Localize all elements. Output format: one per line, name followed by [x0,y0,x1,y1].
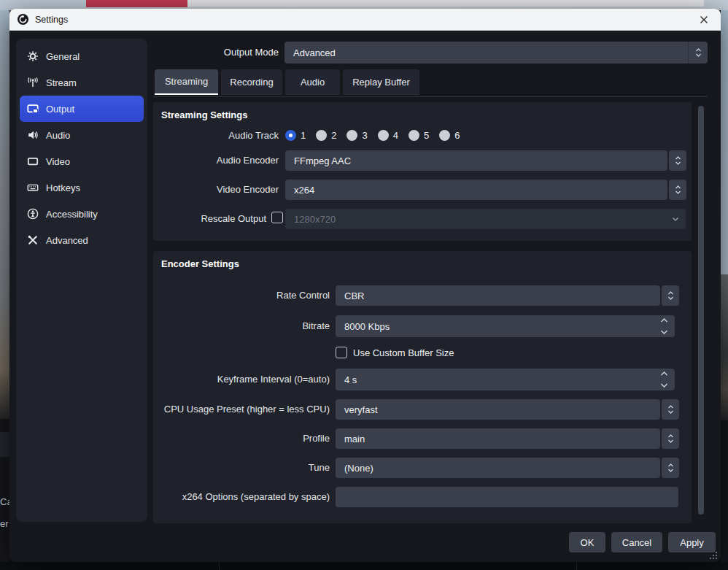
chevron-updown-icon[interactable] [688,42,708,63]
bitrate-value: 8000 Kbps [336,321,654,332]
audio-track-radio-6[interactable]: 6 [439,130,460,141]
tab-recording[interactable]: Recording [221,69,282,95]
tune-select[interactable]: (None) [336,458,660,478]
video-encoder-value: x264 [285,185,667,196]
tune-label: Tune [153,462,330,473]
audio-encoder-select[interactable]: FFmpeg AAC [285,150,667,171]
broadcast-icon [27,77,39,88]
chevron-updown-icon[interactable] [669,180,686,200]
cpu-usage-preset-label: CPU Usage Preset (higher = less CPU) [153,404,330,415]
tab-audio[interactable]: Audio [285,69,340,95]
sidebar-item-output[interactable]: Output [20,96,144,122]
tab-pane-border [153,96,708,97]
sidebar-item-stream[interactable]: Stream [20,69,144,96]
background-left-strip [0,10,9,419]
streaming-settings-panel: Streaming Settings Audio Track 1 2 3 4 5… [153,102,692,241]
tune-value: (None) [336,463,660,474]
spinner-arrows-icon[interactable] [654,317,673,335]
background-right-dark [721,420,728,570]
output-icon [27,103,39,115]
sidebar-item-label: General [46,51,80,62]
tab-replay-buffer[interactable]: Replay Buffer [343,69,419,95]
keyframe-interval-value: 4 s [336,374,654,385]
radio-icon [346,130,357,141]
rate-control-select[interactable]: CBR [336,285,660,306]
audio-track-radio-2[interactable]: 2 [316,130,336,141]
use-custom-buffer-checkbox[interactable] [336,347,347,358]
rescale-output-label: Rescale Output [153,213,266,224]
chevron-updown-icon[interactable] [662,285,679,306]
keyboard-icon [27,182,39,193]
chevron-down-icon [665,217,686,222]
output-mode-value: Advanced [284,47,688,58]
background-right-sky [721,10,728,274]
rate-control-label: Rate Control [153,290,330,301]
monitor-icon [27,155,39,167]
chevron-updown-icon[interactable] [662,428,679,449]
cpu-usage-preset-select[interactable]: veryfast [336,399,660,420]
profile-label: Profile [153,433,330,444]
profile-value: main [336,434,660,444]
use-custom-buffer-label: Use Custom Buffer Size [353,347,454,358]
chevron-updown-icon[interactable] [662,458,679,478]
bitrate-label: Bitrate [153,320,330,331]
apply-button[interactable]: Apply [668,532,716,552]
audio-track-radio-3[interactable]: 3 [346,130,367,141]
titlebar: Settings [9,9,721,31]
sidebar-item-video[interactable]: Video [20,148,144,174]
gear-icon [27,50,39,62]
audio-track-radio-4[interactable]: 4 [378,130,398,141]
speaker-icon [27,129,39,141]
audio-track-radio-5[interactable]: 5 [408,130,429,141]
background-text-fragment: Ca [0,496,9,508]
tab-streaming[interactable]: Streaming [155,69,218,95]
output-mode-select[interactable]: Advanced [284,42,708,63]
sidebar-item-hotkeys[interactable]: Hotkeys [20,174,144,201]
tab-label: Audio [301,77,325,88]
radio-label: 1 [301,130,306,141]
tools-icon [27,234,39,246]
background-divider [576,562,577,570]
rescale-resolution-select[interactable]: 1280x720 [285,209,686,229]
spinner-arrows-icon[interactable] [654,371,673,388]
radio-label: 6 [454,130,460,141]
rescale-output-checkbox[interactable] [271,212,283,223]
ok-button[interactable]: OK [569,532,605,552]
sidebar-item-label: Accessibility [46,209,98,220]
panel-title: Encoder Settings [161,258,239,269]
x264-options-input[interactable] [336,487,678,507]
output-tab-bar: Streaming Recording Audio Replay Buffer [155,69,419,95]
x264-options-label: x264 Options (separated by space) [153,491,330,502]
keyframe-interval-spinbox[interactable]: 4 s [336,369,675,390]
close-button[interactable] [694,12,713,28]
sidebar-item-general[interactable]: General [20,43,144,69]
chevron-updown-icon[interactable] [669,150,686,171]
resize-grip[interactable] [709,551,717,559]
background-red-bar [86,0,187,7]
profile-select[interactable]: main [336,428,660,449]
radio-label: 3 [362,130,367,141]
sidebar-item-advanced[interactable]: Advanced [20,227,144,253]
settings-window: Settings General Stream Output [9,9,721,562]
sidebar-item-label: Video [46,156,70,167]
video-encoder-select[interactable]: x264 [285,180,667,200]
cancel-button[interactable]: Cancel [611,532,662,552]
sidebar-item-label: Audio [46,130,70,141]
cpu-usage-preset-value: veryfast [336,404,660,415]
radio-label: 4 [393,130,398,141]
radio-label: 2 [331,130,336,141]
video-encoder-label: Video Encoder [153,184,279,195]
scrollbar-thumb[interactable] [698,106,704,515]
tab-label: Streaming [165,76,208,87]
audio-track-radio-1[interactable]: 1 [285,130,306,141]
sidebar-item-audio[interactable]: Audio [20,122,144,148]
background-right-photo [721,274,728,420]
bitrate-spinbox[interactable]: 8000 Kbps [336,315,675,337]
background-divider [219,562,220,570]
chevron-updown-icon[interactable] [662,399,679,420]
obs-logo-icon [17,13,29,26]
audio-encoder-label: Audio Encoder [153,155,279,166]
panel-title: Streaming Settings [161,109,247,120]
accessibility-icon [27,208,39,220]
sidebar-item-accessibility[interactable]: Accessibility [20,201,144,227]
